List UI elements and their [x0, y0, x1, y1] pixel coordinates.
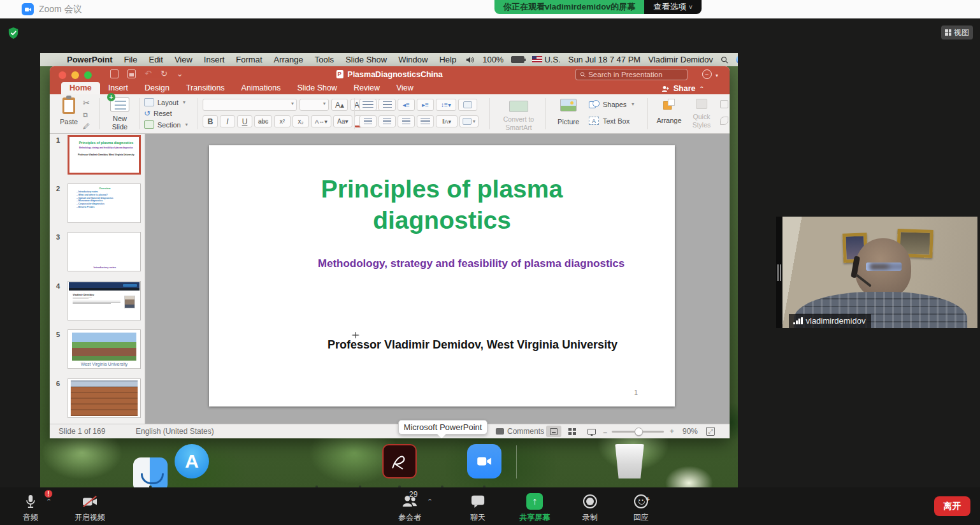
slide-thumbnail-1[interactable]: Principles of plasma diagnostics Methodo…	[68, 135, 141, 175]
menu-insert[interactable]: Insert	[198, 55, 231, 64]
cut-icon[interactable]: ✂	[83, 98, 90, 108]
dock-trash-icon[interactable]	[612, 444, 647, 478]
arrange-button[interactable]: Arrange	[652, 99, 686, 124]
dock-app-store-icon[interactable]: A	[175, 444, 209, 478]
italic-button[interactable]: I	[220, 115, 235, 127]
reset-button[interactable]: ↺ Reset	[144, 109, 188, 118]
leave-meeting-button[interactable]: 离开	[934, 496, 970, 516]
picture-button[interactable]: Picture	[552, 99, 585, 126]
shape-fill-button[interactable]: Shape Fill▾	[720, 100, 730, 108]
dock-zoom-icon[interactable]	[467, 444, 501, 478]
align-right-button[interactable]	[398, 115, 415, 127]
view-layout-button[interactable]: 视图	[941, 25, 973, 40]
superscript-button[interactable]: x²	[274, 115, 291, 127]
zoom-out-button[interactable]: −	[603, 428, 607, 437]
convert-smartart-button[interactable]: Convert to SmartArt	[496, 101, 542, 131]
menu-file[interactable]: File	[119, 55, 143, 64]
slide-thumbnail-3[interactable]: Introductory notes	[68, 232, 141, 271]
menu-arrange[interactable]: Arrange	[268, 55, 309, 64]
line-spacing-button[interactable]: ↕≡▾	[436, 99, 456, 111]
chat-button[interactable]: 聊天	[460, 493, 496, 523]
feedback-smiley-icon[interactable]: ⌣	[702, 69, 712, 79]
text-direction-button[interactable]: ‖A▾	[436, 115, 458, 127]
fit-slide-button[interactable]: ⤢	[706, 427, 715, 436]
language-status[interactable]: English (United States)	[136, 427, 214, 436]
menu-format[interactable]: Format	[230, 55, 268, 64]
tab-home[interactable]: Home	[61, 82, 100, 94]
view-options-button[interactable]: 查看选项 ˅	[644, 0, 701, 14]
start-video-button[interactable]: 开启视频	[66, 493, 113, 523]
participants-button[interactable]: 29 参会者	[390, 493, 429, 523]
section-button[interactable]: Section▾	[144, 120, 188, 129]
slide-thumbnail-6[interactable]	[68, 378, 141, 418]
strikethrough-button[interactable]: abc	[254, 115, 272, 127]
video-drag-handle[interactable]	[777, 263, 782, 282]
slideshow-view-button[interactable]	[584, 426, 599, 437]
text-box-button[interactable]: A Text Box	[589, 117, 630, 125]
shape-outline-button[interactable]: Shape Outline▾	[720, 117, 730, 125]
share-screen-button[interactable]: ↑ 共享屏幕	[512, 493, 557, 523]
menu-slideshow[interactable]: Slide Show	[340, 55, 393, 64]
zoom-slider[interactable]	[612, 431, 664, 433]
bold-button[interactable]: B	[203, 115, 218, 127]
tab-insert[interactable]: Insert	[100, 82, 136, 94]
input-source-flag-icon[interactable]	[532, 56, 542, 63]
bullets-button[interactable]	[359, 99, 377, 111]
volume-icon[interactable]	[462, 56, 479, 64]
tab-animations[interactable]: Animations	[233, 82, 289, 94]
layout-button[interactable]: Layout▾	[144, 98, 188, 106]
new-slide-button[interactable]: New Slide	[104, 97, 135, 131]
slide-thumbnail-2[interactable]: Overview Introductory notes What and whe…	[68, 183, 141, 223]
font-name-select[interactable]	[203, 99, 297, 111]
quick-styles-button[interactable]: Quick Styles	[687, 99, 716, 129]
zoom-in-button[interactable]: +	[670, 427, 674, 436]
change-case-button[interactable]: Aa▾	[333, 115, 352, 127]
slide-thumbnail-5[interactable]: West Virginia University	[68, 329, 141, 369]
decrease-indent-button[interactable]: ◂≡	[398, 99, 415, 111]
menu-help[interactable]: Help	[433, 55, 462, 64]
search-input[interactable]	[588, 71, 683, 78]
menu-edit[interactable]: Edit	[143, 55, 168, 64]
align-left-button[interactable]	[359, 115, 377, 127]
slide-thumbnail-4[interactable]: Vladimir Demidov	[68, 281, 141, 320]
participants-options-chevron[interactable]: ⌃	[427, 498, 433, 506]
increase-indent-button[interactable]: ▸≡	[417, 99, 434, 111]
columns-button[interactable]	[458, 99, 477, 111]
tab-transitions[interactable]: Transitions	[178, 82, 233, 94]
dock-acrobat-icon[interactable]	[382, 444, 417, 478]
current-slide[interactable]: Principles of plasma diagnostics Methodo…	[209, 145, 675, 406]
audio-options-chevron[interactable]: ⌃	[46, 498, 52, 506]
copy-icon[interactable]: ⧉	[83, 111, 90, 119]
grow-font-button[interactable]: A▴	[331, 99, 348, 111]
security-shield-icon[interactable]	[8, 27, 19, 42]
numbering-button[interactable]	[378, 99, 396, 111]
character-spacing-button[interactable]: A⇔▾	[311, 115, 331, 127]
zoom-percentage[interactable]: 90%	[682, 427, 698, 436]
paste-button[interactable]: Paste	[56, 97, 82, 126]
menu-window[interactable]: Window	[393, 55, 433, 64]
menu-view[interactable]: View	[169, 55, 198, 64]
reactions-button[interactable]: + 回应	[623, 493, 659, 523]
spotlight-search-icon[interactable]	[717, 56, 732, 64]
slide-canvas[interactable]: Principles of plasma diagnostics Methodo…	[145, 134, 730, 424]
align-text-button[interactable]: ▾	[459, 115, 479, 127]
menu-powerpoint[interactable]: PowerPoint	[61, 55, 119, 64]
underline-button[interactable]: U	[237, 115, 252, 127]
siri-icon[interactable]	[736, 55, 738, 64]
menubar-clock[interactable]: Sun Jul 18 7 47 PM	[565, 55, 644, 64]
format-painter-icon[interactable]: 🖉	[83, 122, 90, 130]
normal-view-button[interactable]	[546, 426, 561, 437]
ppt-share-button[interactable]: Share ⌃	[661, 84, 704, 93]
subscript-button[interactable]: x₂	[292, 115, 309, 127]
comments-button[interactable]: Comments	[496, 427, 544, 436]
audio-button[interactable]: ! 音频	[13, 493, 48, 523]
tab-review[interactable]: Review	[345, 82, 388, 94]
tab-view[interactable]: View	[388, 82, 422, 94]
shapes-button[interactable]: Shapes▾	[589, 100, 634, 108]
slide-sorter-view-button[interactable]	[565, 426, 580, 437]
tab-slideshow[interactable]: Slide Show	[289, 82, 345, 94]
search-box[interactable]	[575, 69, 688, 80]
record-button[interactable]: 录制	[572, 493, 608, 523]
menu-tools[interactable]: Tools	[309, 55, 340, 64]
font-size-select[interactable]	[299, 99, 329, 111]
